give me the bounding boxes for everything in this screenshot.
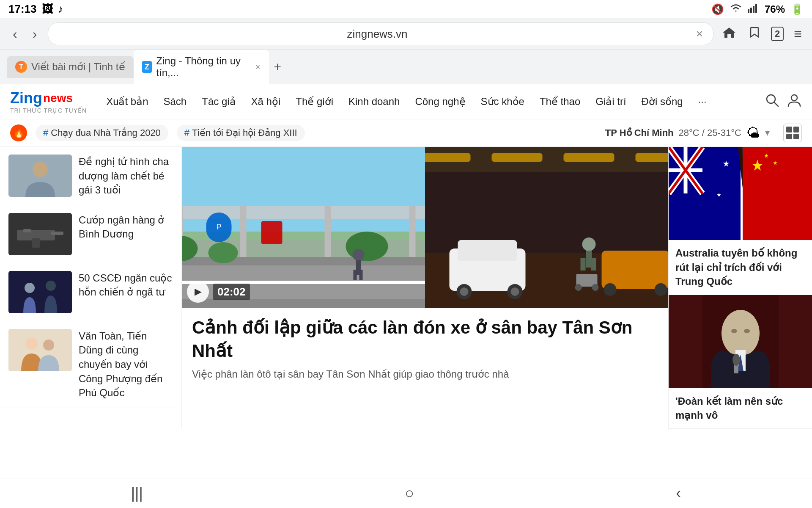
news-title-3: 50 CSCĐ ngăn cuộc hỗn chiến ở ngã tư [79,271,173,299]
left-news-sidebar: Đề nghị tử hình cha dượng làm chết bé gá… [0,147,182,429]
nav-suc-khoe[interactable]: Sức khỏe [474,92,531,111]
svg-rect-44 [492,153,543,162]
grid-view-button[interactable] [783,124,802,142]
tab-tinh-te[interactable]: T Viết bài mới | Tinh tế [7,56,134,78]
nav-xa-hoi[interactable]: Xã hội [244,92,288,111]
photo-icon: 🖼 [42,3,53,16]
weather-icon: 🌤 [746,125,760,141]
logo-zing: Zing news [10,89,87,107]
tab-count-badge[interactable]: 2 [771,27,784,41]
trending-tag-1[interactable]: # Chạy đua Nhà Trắng 2020 [36,125,168,141]
svg-point-51 [460,287,469,296]
svg-rect-49 [458,240,517,261]
tab-label-zing: Zing - Thông tin uy tín,... [156,55,250,79]
new-tab-button[interactable]: + [269,56,287,77]
trending-tag-1-text: Chạy đua Nhà Trắng 2020 [51,127,161,138]
grid-cell-3 [786,134,792,140]
svg-rect-46 [636,153,669,162]
right-sidebar: Australia tuyên bố không rút lại chỉ trí… [668,147,812,429]
tab-label-tinh-te: Viết bài mới | Tinh tế [31,61,125,73]
weather-temp: 28°C / 25-31°C [679,127,741,138]
svg-rect-12 [32,238,40,248]
grid-cell-4 [793,134,799,140]
nav-the-gioi[interactable]: Thế giới [289,92,340,111]
bottom-home-button[interactable]: ○ [388,484,431,502]
right-news-item-2[interactable]: 'Đoàn kết làm nên sức mạnh vô [669,295,812,429]
home-button[interactable] [720,24,738,44]
forward-button[interactable]: › [28,25,41,44]
svg-rect-55 [586,251,592,268]
logo-subtitle: TRI THỨC TRỰC TUYẾN [10,107,87,114]
svg-point-62 [604,283,617,296]
nav-doi-song[interactable]: Đời sống [635,92,690,111]
nav-more-button[interactable]: ··· [691,92,713,111]
bookmark-button[interactable] [746,24,763,44]
svg-point-19 [43,340,54,351]
trending-tag-2-text: Tiến tới Đại hội Đảng XIII [192,127,297,138]
svg-rect-57 [591,258,596,271]
right-news-title-2: 'Đoàn kết làm nên sức mạnh vô [669,388,812,428]
browser-icons: 2 ≡ [720,24,804,44]
main-content: Đề nghị tử hình cha dượng làm chết bé gá… [0,147,812,429]
bottom-menu-button[interactable]: ||| [114,484,160,502]
right-news-img-1 [669,147,812,240]
tab-zing[interactable]: Z Zing - Thông tin uy tín,... × [134,50,269,84]
url-text: zingnews.vn [58,28,696,41]
svg-point-15 [25,283,35,293]
signal-icon [748,3,759,15]
play-button[interactable]: ▶ [187,281,209,303]
news-title-4: Văn Toàn, Tiến Dũng đi cùng chuyến bay v… [79,329,173,400]
search-icon[interactable] [765,93,780,111]
weather-city: TP Hồ Chí Minh [605,127,674,138]
trending-tag-2[interactable]: # Tiến tới Đại hội Đảng XIII [177,125,305,141]
svg-rect-33 [261,221,283,244]
news-item-2[interactable]: Cướp ngân hàng ở Bình Dương [0,205,181,263]
nav-links: Xuất bản Sách Tác giả Xã hội Thế giới Ki… [99,92,765,111]
svg-point-84 [721,310,760,356]
nav-sach[interactable]: Sách [157,92,194,111]
news-item-4[interactable]: Văn Toàn, Tiến Dũng đi cùng chuyến bay v… [0,321,181,408]
news-thumb-4 [8,329,72,371]
feature-desc: Việc phân làn ôtô tại sân bay Tân Sơn Nh… [182,367,668,382]
svg-line-5 [774,102,778,106]
svg-point-54 [582,237,596,251]
svg-rect-14 [8,271,72,313]
user-icon[interactable] [787,93,802,111]
news-title-1: Đề nghị tử hình cha dượng làm chết bé gá… [79,155,173,197]
nav-giai-tri[interactable]: Giải trí [589,92,633,111]
news-item-3[interactable]: 50 CSCĐ ngăn cuộc hỗn chiến ở ngã tư [0,263,181,321]
svg-point-16 [46,281,56,291]
trending-bar: 🔥 # Chạy đua Nhà Trắng 2020 # Tiến tới Đ… [0,119,812,147]
feature-video[interactable]: P ▶ 02:02 [182,147,668,308]
svg-rect-56 [581,258,586,271]
svg-point-37 [353,249,365,261]
nav-cong-nghe[interactable]: Công nghệ [408,92,472,111]
bottom-back-button[interactable]: ‹ [659,484,698,502]
address-bar[interactable]: zingnews.vn × [48,22,713,45]
nav-xuat-ban[interactable]: Xuất bản [99,92,155,111]
logo-zing-text: Zing [10,89,42,107]
menu-button[interactable]: ≡ [792,25,804,44]
time: 17:13 [8,3,37,16]
svg-rect-43 [425,153,471,162]
right-news-img-2 [669,295,812,388]
tab-close-zing[interactable]: × [255,62,261,72]
mute-icon: 🔇 [711,3,724,15]
svg-point-63 [655,283,667,296]
svg-point-36 [346,232,388,261]
back-button[interactable]: ‹ [8,25,22,44]
battery-icon: 🔋 [791,3,804,15]
svg-rect-82 [669,295,702,388]
right-news-item-1[interactable]: Australia tuyên bố không rút lại chỉ trí… [669,147,812,295]
wifi-icon [730,3,742,15]
nav-the-thao[interactable]: Thể thao [533,92,587,111]
news-title-2: Cướp ngân hàng ở Bình Dương [79,213,173,241]
video-play-overlay[interactable]: ▶ 02:02 [187,281,250,303]
news-item-1[interactable]: Đề nghị tử hình cha dượng làm chết bé gá… [0,147,181,205]
svg-rect-3 [755,4,757,13]
clear-url-button[interactable]: × [696,27,703,41]
weather-info: TP Hồ Chí Minh 28°C / 25-31°C 🌤 ▾ [605,125,770,141]
nav-tac-gia[interactable]: Tác giả [195,92,242,111]
weather-dropdown-arrow[interactable]: ▾ [765,127,770,138]
nav-kinh-doanh[interactable]: Kinh doanh [342,92,406,111]
